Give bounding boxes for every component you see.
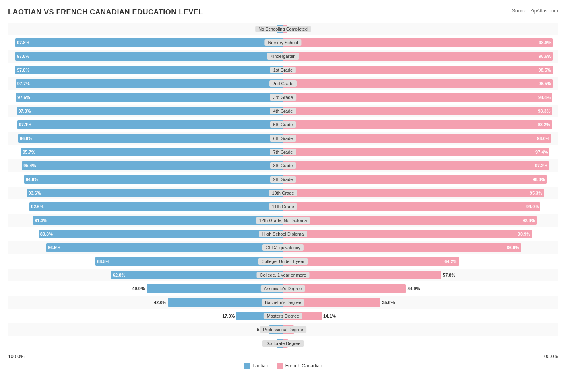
left-bar-value: 95.7% bbox=[21, 150, 35, 154]
bar-label: 5th Grade bbox=[270, 121, 296, 128]
right-bar-section: 86.9% bbox=[283, 241, 558, 254]
bar-label: College, Under 1 year bbox=[258, 258, 308, 265]
left-bar-value: 68.5% bbox=[95, 259, 109, 264]
left-bar: 94.6% bbox=[24, 175, 283, 184]
left-bar: 93.6% bbox=[27, 189, 283, 197]
left-bar-value: 91.3% bbox=[33, 218, 47, 223]
bar-label: Professional Degree bbox=[260, 326, 306, 333]
right-bar: 98.2% bbox=[283, 120, 552, 129]
left-bar-section: 93.6% bbox=[8, 187, 283, 199]
axis-label-left: 100.0% bbox=[8, 354, 25, 359]
chart-header: LAOTIAN VS FRENCH CANADIAN EDUCATION LEV… bbox=[8, 8, 558, 16]
right-bar-section: 98.0% bbox=[283, 132, 558, 145]
bar-row: 93.6%10th Grade95.3% bbox=[8, 187, 558, 199]
bar-label: 10th Grade bbox=[269, 190, 297, 196]
left-bar-section: 97.8% bbox=[8, 36, 283, 49]
right-bar-value-outside: 14.1% bbox=[323, 314, 336, 318]
left-bar-section: 97.8% bbox=[8, 50, 283, 63]
right-bar-section: 98.5% bbox=[283, 64, 558, 76]
right-bar-section: 57.8% bbox=[283, 269, 558, 281]
left-bar-section: 92.6% bbox=[8, 200, 283, 213]
legend-item-french-canadian: French Canadian bbox=[277, 363, 322, 369]
bar-row: 95.7%7th Grade97.4% bbox=[8, 146, 558, 158]
right-bar-value: 98.2% bbox=[538, 122, 552, 127]
chart-area: 2.2%No Schooling Completed1.5%97.8%Nurse… bbox=[8, 23, 558, 350]
bar-label: 11th Grade bbox=[269, 203, 297, 210]
bar-row: 86.5%GED/Equivalency86.9% bbox=[8, 241, 558, 254]
left-bar: 97.7% bbox=[16, 79, 283, 88]
left-bar-section: 97.3% bbox=[8, 105, 283, 117]
right-bar-section: 97.2% bbox=[283, 159, 558, 172]
bar-label: High School Diploma bbox=[259, 231, 307, 237]
legend-label-french-canadian: French Canadian bbox=[285, 363, 322, 369]
legend: Laotian French Canadian bbox=[8, 363, 558, 369]
right-bar: 97.4% bbox=[283, 148, 549, 156]
legend-box-laotian bbox=[244, 363, 250, 369]
left-bar-section: 68.5% bbox=[8, 255, 283, 268]
left-bar-value: 92.6% bbox=[29, 204, 43, 209]
left-bar-section: 62.8% bbox=[8, 269, 283, 281]
left-bar-value: 96.8% bbox=[18, 136, 32, 141]
left-bar-section: 97.7% bbox=[8, 77, 283, 90]
right-bar: 86.9% bbox=[283, 243, 521, 252]
right-bar-value: 94.0% bbox=[526, 204, 540, 209]
right-bar: 98.6% bbox=[283, 38, 553, 47]
bar-row: 97.8%Kindergarten98.6% bbox=[8, 50, 558, 63]
left-bar-section: 5.2% bbox=[8, 323, 283, 336]
bar-row: 92.6%11th Grade94.0% bbox=[8, 200, 558, 213]
left-bar: 97.1% bbox=[17, 120, 283, 129]
right-bar-value: 98.6% bbox=[539, 54, 553, 59]
right-bar-section: 14.1% bbox=[283, 310, 558, 322]
right-bar: 64.2% bbox=[283, 257, 459, 266]
left-bar-section: 91.3% bbox=[8, 214, 283, 227]
left-bar-value: 97.8% bbox=[15, 40, 29, 45]
left-bar: 97.3% bbox=[17, 107, 283, 115]
right-bar-value: 95.3% bbox=[530, 191, 544, 195]
right-bar-section: 92.6% bbox=[283, 214, 558, 227]
bar-row: 2.2%No Schooling Completed1.5% bbox=[8, 23, 558, 35]
left-bar-value: 97.3% bbox=[17, 109, 31, 113]
legend-item-laotian: Laotian bbox=[244, 363, 268, 369]
right-bar: 96.3% bbox=[283, 175, 547, 184]
right-bar-section: 98.6% bbox=[283, 36, 558, 49]
left-bar-value-outside: 17.0% bbox=[222, 314, 235, 318]
left-bar: 97.8% bbox=[15, 52, 283, 61]
left-bar-section: 2.2% bbox=[8, 23, 283, 35]
left-bar: 92.6% bbox=[29, 202, 283, 211]
left-bar-section: 95.4% bbox=[8, 159, 283, 172]
right-bar-section: 64.2% bbox=[283, 255, 558, 268]
right-bar-value: 97.4% bbox=[535, 150, 549, 154]
bar-label: 7th Grade bbox=[270, 149, 296, 155]
left-bar-value: 97.7% bbox=[16, 81, 30, 86]
bar-row: 94.6%9th Grade96.3% bbox=[8, 173, 558, 186]
bar-label: Associate's Degree bbox=[261, 285, 305, 292]
bar-row: 97.8%1st Grade98.5% bbox=[8, 64, 558, 76]
left-bar-value: 94.6% bbox=[24, 177, 38, 182]
bar-label: Doctorate Degree bbox=[262, 340, 304, 347]
right-bar: 94.0% bbox=[283, 202, 540, 211]
right-bar-section: 35.6% bbox=[283, 296, 558, 309]
right-bar: 92.6% bbox=[283, 216, 537, 225]
bar-label: Nursery School bbox=[264, 39, 301, 46]
right-bar-value-outside: 35.6% bbox=[382, 300, 395, 305]
bar-label: 1st Grade bbox=[270, 67, 296, 73]
right-bar: 98.0% bbox=[283, 134, 551, 143]
left-bar-value-outside: 49.9% bbox=[132, 286, 145, 291]
left-bar: 95.4% bbox=[22, 161, 283, 170]
bar-label: Kindergarten bbox=[267, 53, 299, 60]
bar-row: 5.2%Professional Degree4.0% bbox=[8, 323, 558, 336]
right-bar-section: 98.3% bbox=[283, 105, 558, 117]
bar-label: 3rd Grade bbox=[270, 94, 296, 101]
right-bar: 95.3% bbox=[283, 189, 544, 197]
right-bar: 98.4% bbox=[283, 93, 552, 102]
left-bar-section: 97.8% bbox=[8, 64, 283, 76]
right-bar-section: 90.9% bbox=[283, 228, 558, 240]
bar-row: 97.1%5th Grade98.2% bbox=[8, 118, 558, 131]
bar-row: 91.3%12th Grade, No Diploma92.6% bbox=[8, 214, 558, 227]
right-bar-value-outside: 57.8% bbox=[443, 273, 455, 277]
left-bar-value: 62.8% bbox=[111, 273, 125, 277]
axis-labels: 100.0% 100.0% bbox=[8, 354, 558, 359]
right-bar-value: 97.2% bbox=[535, 163, 549, 168]
left-bar-section: 86.5% bbox=[8, 241, 283, 254]
right-bar-section: 1.8% bbox=[283, 337, 558, 350]
